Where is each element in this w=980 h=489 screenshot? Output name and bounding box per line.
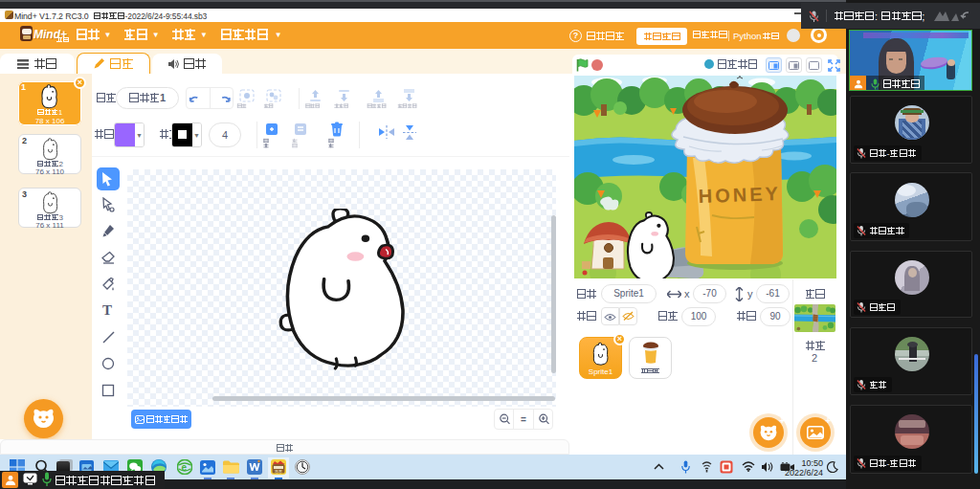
svg-text:迅雷: 迅雷	[275, 469, 282, 474]
svg-text:e: e	[182, 462, 188, 473]
svg-text:HONEY: HONEY	[698, 183, 781, 207]
